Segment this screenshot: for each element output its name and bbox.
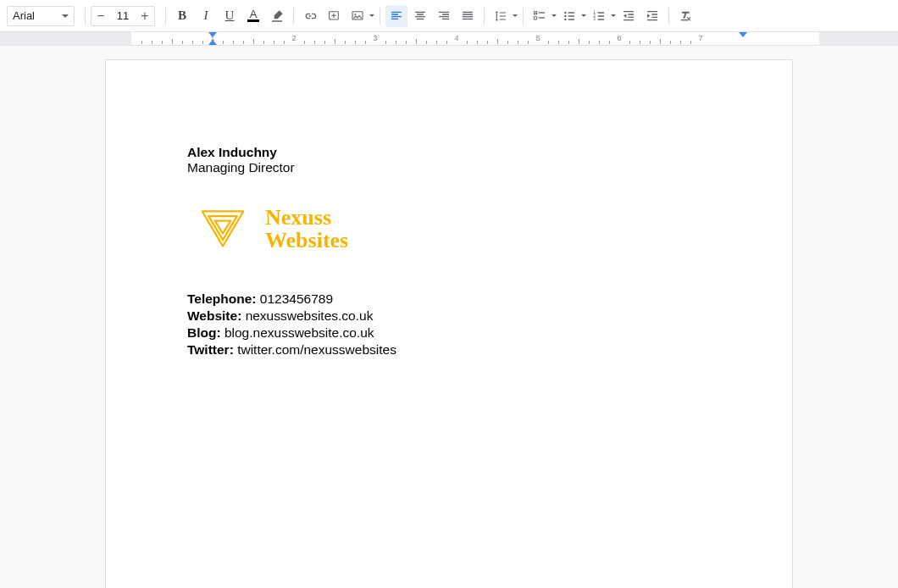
svg-point-4 xyxy=(354,14,356,15)
chevron-down-icon xyxy=(369,14,374,17)
font-size-increase-button[interactable]: + xyxy=(136,7,154,25)
chevron-down-icon xyxy=(611,14,616,17)
numbered-list-button[interactable]: 123 xyxy=(588,5,616,27)
right-indent-marker[interactable] xyxy=(739,32,747,37)
chevron-down-icon xyxy=(62,14,69,18)
separator xyxy=(523,8,524,25)
align-left-button[interactable] xyxy=(385,5,407,27)
chevron-down-icon xyxy=(581,14,586,17)
clear-formatting-button[interactable] xyxy=(674,5,696,27)
italic-button[interactable]: I xyxy=(195,5,217,27)
line-spacing-button[interactable] xyxy=(490,5,518,27)
chevron-down-icon xyxy=(552,14,557,17)
svg-rect-7 xyxy=(534,16,536,19)
separator xyxy=(380,8,380,25)
font-size-group: − 11 + xyxy=(91,6,155,26)
insert-comment-button[interactable] xyxy=(323,5,345,27)
increase-indent-button[interactable] xyxy=(641,5,663,27)
font-size-value[interactable]: 11 xyxy=(110,9,136,22)
font-size-decrease-button[interactable]: − xyxy=(91,7,110,25)
ruler-margin-left xyxy=(0,32,131,45)
decrease-indent-button[interactable] xyxy=(618,5,640,27)
font-family-select[interactable]: Arial xyxy=(7,6,75,26)
ruler-margin-right xyxy=(819,32,898,45)
first-line-indent-marker[interactable] xyxy=(208,32,217,37)
separator xyxy=(85,8,86,25)
ruler-number: 4 xyxy=(454,34,458,42)
highlight-color-button[interactable] xyxy=(266,5,288,27)
chevron-down-icon xyxy=(513,14,518,17)
svg-point-10 xyxy=(564,18,566,19)
horizontal-ruler[interactable]: 1234567 xyxy=(0,32,898,46)
ruler-number: 7 xyxy=(698,34,702,42)
align-right-button[interactable] xyxy=(433,5,455,27)
text-color-button[interactable]: A xyxy=(242,5,264,27)
bulleted-list-button[interactable] xyxy=(558,5,586,27)
ruler-number: 6 xyxy=(617,34,621,42)
align-center-button[interactable] xyxy=(409,5,431,27)
ruler-number: 2 xyxy=(291,34,296,42)
bold-button[interactable]: B xyxy=(171,5,193,27)
separator xyxy=(165,8,166,25)
font-family-value: Arial xyxy=(13,9,35,22)
separator xyxy=(668,8,669,25)
separator xyxy=(484,8,485,25)
ruler-number: 5 xyxy=(535,34,540,42)
left-indent-marker[interactable] xyxy=(208,40,217,45)
separator xyxy=(293,8,294,25)
checklist-button[interactable] xyxy=(529,5,557,27)
insert-link-button[interactable] xyxy=(299,5,321,27)
ruler-number: 3 xyxy=(373,34,377,42)
align-justify-button[interactable] xyxy=(457,5,479,27)
svg-point-9 xyxy=(564,14,566,16)
formatting-toolbar: Arial − 11 + B I U A xyxy=(0,0,898,32)
svg-point-8 xyxy=(564,11,566,13)
insert-image-button[interactable] xyxy=(346,5,374,27)
svg-text:3: 3 xyxy=(593,17,596,21)
underline-button[interactable]: U xyxy=(219,5,241,27)
